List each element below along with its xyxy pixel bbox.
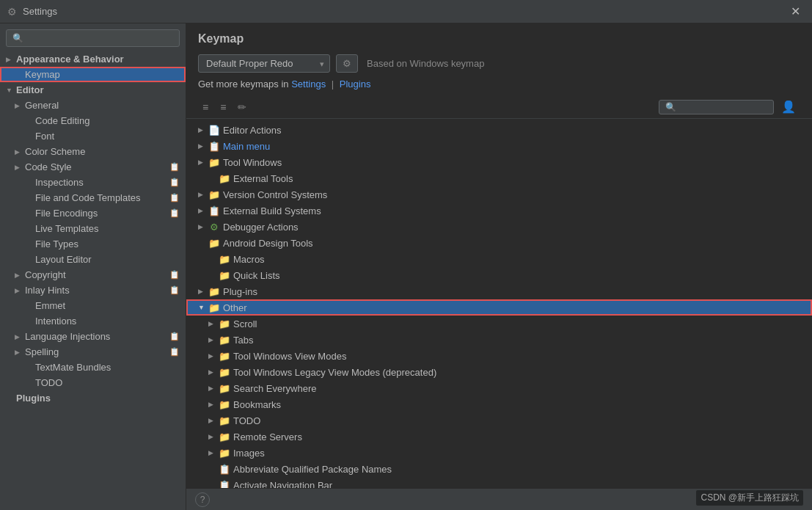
kt-arrow-icon: ▶	[208, 401, 219, 408]
keymap-plugins-link[interactable]: Plugins	[340, 79, 371, 90]
kt-item-scroll[interactable]: ▶ 📁 Scroll	[186, 316, 812, 332]
kt-label-tw-view-modes: Tool Windows View Modes	[233, 351, 346, 362]
panel-title: Keymap	[186, 23, 812, 51]
settings-icon: ⚙	[7, 6, 17, 18]
kt-arrow-icon: ▶	[198, 191, 208, 198]
sidebar-item-todo[interactable]: TODO	[0, 375, 186, 390]
kt-item-abbreviate[interactable]: 📋 Abbreviate Qualified Package Names	[186, 461, 812, 477]
edit-button[interactable]: ✏	[233, 99, 251, 115]
kt-item-images[interactable]: ▶ 📁 Images	[186, 445, 812, 461]
sidebar-file-encodings-label: File Encodings	[35, 208, 167, 219]
sidebar-item-inlay-hints[interactable]: Inlay Hints 📋	[0, 283, 186, 298]
kt-item-activate-nav[interactable]: 📋 Activate Navigation Bar	[186, 477, 812, 488]
sidebar-keymap-label: Keymap	[25, 69, 180, 80]
sidebar-language-injections-label: Language Injections	[25, 331, 167, 342]
kt-item-other[interactable]: ▼ 📁 Other	[186, 299, 812, 316]
arrow-icon	[15, 349, 25, 356]
kt-item-main-menu[interactable]: ▶ 📋 Main menu	[186, 138, 812, 154]
keymap-settings-link[interactable]: Settings	[291, 79, 326, 90]
kt-folder-icon: 📄	[208, 124, 220, 136]
sidebar-search-wrap: 🔍	[0, 23, 186, 51]
sidebar-item-plugins[interactable]: Plugins	[0, 390, 186, 406]
kt-item-macros[interactable]: 📁 Macros	[186, 251, 812, 267]
sidebar-item-appearance[interactable]: Appearance & Behavior	[0, 51, 186, 67]
sidebar-tree: Appearance & Behavior Keymap Editor Gene…	[0, 51, 186, 510]
sidebar-item-intentions[interactable]: Intentions	[0, 313, 186, 329]
sidebar-item-color-scheme[interactable]: Color Scheme	[0, 144, 186, 159]
keymap-links-prefix: Get more keymaps in	[198, 79, 291, 90]
kt-label-other: Other	[223, 302, 247, 313]
kt-item-version-control[interactable]: ▶ 📁 Version Control Systems	[186, 186, 812, 203]
sidebar-item-font[interactable]: Font	[0, 128, 186, 144]
kt-folder-icon: 📁	[219, 431, 230, 442]
kt-arrow-icon: ▶	[208, 368, 219, 376]
kt-item-external-build[interactable]: ▶ 📋 External Build Systems	[186, 203, 812, 219]
pencil-icon: ✏	[238, 101, 246, 113]
sidebar-plugins-label: Plugins	[16, 393, 180, 404]
kt-item-debugger-actions[interactable]: ▶ ⚙ Debugger Actions	[186, 219, 812, 235]
kt-folder-icon: 📁	[219, 382, 230, 394]
kt-label-debugger-actions: Debugger Actions	[223, 222, 299, 233]
kt-item-search-everywhere[interactable]: ▶ 📁 Search Everywhere	[186, 380, 812, 396]
sidebar-item-file-code-templates[interactable]: File and Code Templates 📋	[0, 190, 186, 205]
actions-search-input[interactable]	[679, 102, 767, 112]
sidebar-item-file-encodings[interactable]: File Encodings 📋	[0, 205, 186, 221]
collapse-all-button[interactable]: ≡	[198, 99, 213, 115]
kt-item-tool-windows[interactable]: ▶ 📁 Tool Windows	[186, 154, 812, 170]
sidebar-inlay-hints-label: Inlay Hints	[25, 285, 167, 296]
kt-item-tabs[interactable]: ▶ 📁 Tabs	[186, 332, 812, 348]
keymap-select[interactable]: Default Proper Redo	[198, 54, 330, 73]
arrow-icon	[15, 164, 25, 171]
kt-folder-icon: 📁	[208, 156, 220, 168]
arrow-icon	[6, 56, 16, 63]
kt-folder-icon: 📋	[208, 205, 220, 216]
sidebar-item-live-templates[interactable]: Live Templates	[0, 221, 186, 236]
sidebar-item-editor[interactable]: Editor	[0, 82, 186, 98]
kt-item-bookmarks[interactable]: ▶ 📁 Bookmarks	[186, 396, 812, 412]
title-bar: ⚙ Settings ✕	[0, 0, 812, 23]
sidebar-item-textmate[interactable]: TextMate Bundles	[0, 360, 186, 375]
sidebar-item-keymap[interactable]: Keymap	[0, 67, 186, 82]
kt-item-todo[interactable]: ▶ 📁 TODO	[186, 412, 812, 429]
sidebar-badge-copyright: 📋	[169, 270, 180, 280]
kt-arrow-icon: ▼	[198, 304, 208, 311]
sidebar-item-code-style[interactable]: Code Style 📋	[0, 159, 186, 175]
sidebar-search-box[interactable]: 🔍	[6, 29, 180, 47]
person-icon-button[interactable]: 👤	[777, 98, 800, 115]
sidebar-code-style-label: Code Style	[25, 161, 167, 172]
main-container: 🔍 Appearance & Behavior Keymap Editor	[0, 23, 812, 510]
help-button[interactable]: ?	[195, 492, 210, 507]
sidebar-item-general[interactable]: General	[0, 98, 186, 113]
kt-label-external-build: External Build Systems	[223, 205, 321, 216]
kt-item-remote-servers[interactable]: ▶ 📁 Remote Servers	[186, 429, 812, 445]
actions-search-icon: 🔍	[665, 102, 676, 112]
sidebar-item-code-editing[interactable]: Code Editing	[0, 113, 186, 128]
kt-arrow-icon: ▶	[208, 385, 219, 392]
sidebar-item-language-injections[interactable]: Language Injections 📋	[0, 329, 186, 344]
sidebar-item-copyright[interactable]: Copyright 📋	[0, 267, 186, 283]
kt-item-tw-view-modes[interactable]: ▶ 📁 Tool Windows View Modes	[186, 348, 812, 364]
kt-arrow-icon: ▶	[198, 142, 208, 150]
sidebar-item-emmet[interactable]: Emmet	[0, 298, 186, 313]
kt-item-quick-lists[interactable]: 📁 Quick Lists	[186, 267, 812, 283]
close-button[interactable]: ✕	[786, 3, 805, 20]
kt-label-version-control: Version Control Systems	[223, 189, 327, 200]
kt-item-plug-ins[interactable]: ▶ 📁 Plug-ins	[186, 283, 812, 299]
kt-label-search-everywhere: Search Everywhere	[233, 383, 316, 394]
kt-folder-icon: 📁	[219, 172, 230, 184]
kt-item-editor-actions[interactable]: ▶ 📄 Editor Actions	[186, 122, 812, 138]
sidebar-code-editing-label: Code Editing	[35, 115, 180, 126]
sidebar-search-input[interactable]	[28, 33, 173, 43]
kt-item-external-tools[interactable]: 📁 External Tools	[186, 170, 812, 186]
keymap-gear-button[interactable]: ⚙	[336, 54, 358, 73]
kt-item-android-design[interactable]: 📁 Android Design Tools	[186, 235, 812, 251]
sidebar-item-layout-editor[interactable]: Layout Editor	[0, 252, 186, 267]
kt-gear-icon: ⚙	[208, 221, 220, 233]
sidebar-font-label: Font	[35, 131, 180, 142]
kt-item-tw-legacy[interactable]: ▶ 📁 Tool Windows Legacy View Modes (depr…	[186, 364, 812, 380]
sidebar-item-inspections[interactable]: Inspections 📋	[0, 175, 186, 190]
sidebar-item-file-types[interactable]: File Types	[0, 236, 186, 252]
sidebar-badge-spelling: 📋	[169, 347, 180, 357]
sidebar-item-spelling[interactable]: Spelling 📋	[0, 344, 186, 360]
expand-all-button[interactable]: ≡	[216, 99, 230, 115]
